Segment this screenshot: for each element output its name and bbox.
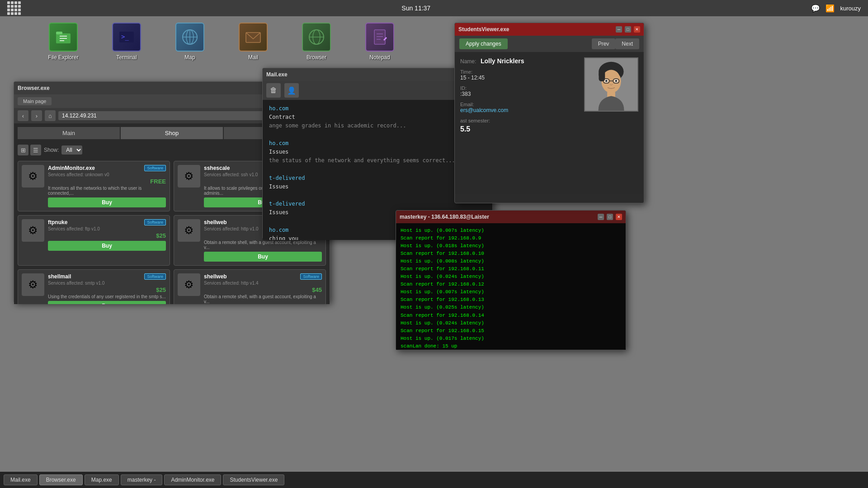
- shop-item-1-body: AdminMonitor.exe Software Services affec…: [48, 165, 166, 207]
- students-toolbar: Apply changes Prev Next: [455, 36, 644, 52]
- shop-item-6-tag: Software: [300, 273, 322, 280]
- terminal-line-2: Scan report for 192.168.0.9: [401, 235, 621, 242]
- shop-item-2-name: sshescale: [204, 165, 230, 171]
- shop-item-6-name: shellweb: [204, 273, 227, 280]
- students-maximize-btn[interactable]: □: [625, 26, 631, 33]
- terminal-line-1: Host is up. (0.007s latency): [401, 227, 621, 235]
- masterkey-maximize-btn[interactable]: □: [607, 214, 613, 220]
- students-semester-field: ast semester: 5.5: [460, 118, 577, 133]
- students-email-label: Email:: [460, 102, 577, 107]
- terminal-label: Terminal: [116, 54, 137, 61]
- browser-forward-btn[interactable]: ›: [31, 110, 42, 121]
- prev-btn[interactable]: Prev: [592, 38, 616, 49]
- mail-line-5: Issues: [269, 148, 486, 156]
- desktop-icon-map[interactable]: Map: [172, 23, 208, 61]
- mail-label: Mail: [248, 54, 258, 61]
- shop-item-6-body: shellweb Software Services affected: htt…: [204, 273, 322, 304]
- notepad-icon: [365, 23, 394, 52]
- list-view-btn[interactable]: ☰: [30, 145, 41, 155]
- file-explorer-label: File Explorer: [48, 54, 78, 61]
- terminal-line-12: Scan report for 192.168.0.14: [401, 312, 621, 319]
- masterkey-minimize-btn[interactable]: ─: [598, 214, 604, 220]
- terminal-line-10: Scan report for 192.168.0.13: [401, 296, 621, 304]
- show-select[interactable]: All: [61, 145, 82, 155]
- shop-item-5-buy-btn[interactable]: Buy: [48, 301, 166, 304]
- students-title: StudentsViewer.exe: [458, 26, 509, 33]
- file-explorer-icon: [49, 23, 78, 52]
- masterkey-window: masterkey - 136.64.180.83@Laister ─ □ ✕ …: [396, 210, 626, 350]
- terminal-line-7: Host is up. (0.024s latency): [401, 273, 621, 281]
- shop-item-2-icon: ⚙: [178, 165, 200, 188]
- desktop-icon-file-explorer[interactable]: File Explorer: [45, 23, 81, 61]
- taskbar-map[interactable]: Map.exe: [85, 474, 119, 485]
- terminal-line-11: Host is up. (0.025s latency): [401, 304, 621, 311]
- shop-item-1-desc: It monitors all the networks to which th…: [48, 186, 166, 196]
- students-name-label: Name:: [460, 58, 476, 65]
- students-avatar: [584, 57, 638, 112]
- shop-item-1-buy-btn[interactable]: Buy: [48, 197, 166, 207]
- shop-item-5-body: shellmail Software Services affected: sm…: [48, 273, 166, 304]
- app-grid-icon[interactable]: [7, 1, 21, 15]
- browser-title: Browser.exe: [18, 85, 50, 91]
- terminal-line-5: Host is up. (0.008s latency): [401, 258, 621, 265]
- shop-item-3: ⚙ ftpnuke Software Services affected: ft…: [18, 215, 170, 266]
- shop-item-6-desc: Obtain a remote shell, with a guest acco…: [204, 294, 322, 304]
- students-id-label: ID:: [460, 85, 577, 91]
- shop-item-1: ⚙ AdminMonitor.exe Software Services aff…: [18, 161, 170, 211]
- students-time-field: Time: 15 - 12:45: [460, 69, 577, 81]
- taskbar-masterkey[interactable]: masterkey -: [121, 474, 163, 485]
- desktop-icon-browser[interactable]: Browser: [298, 23, 335, 61]
- shop-item-3-buy-btn[interactable]: Buy: [48, 241, 166, 251]
- desktop-icon-terminal[interactable]: >_ Terminal: [108, 23, 145, 61]
- desktop-icon-mail[interactable]: Mail: [235, 23, 271, 61]
- shop-item-6-icon: ⚙: [178, 273, 200, 296]
- students-window-controls: ─ □ ✕: [616, 26, 640, 33]
- browser-tab-main[interactable]: Main: [18, 127, 120, 139]
- svg-text:>_: >_: [121, 33, 129, 41]
- students-titlebar[interactable]: StudentsViewer.exe ─ □ ✕: [455, 23, 644, 36]
- students-close-btn[interactable]: ✕: [634, 26, 640, 33]
- shop-item-6-services: Services affected: http v1.4: [204, 281, 322, 286]
- shop-item-1-tag: Software: [144, 165, 166, 171]
- show-label: Show:: [44, 147, 59, 153]
- shop-item-3-body: ftpnuke Software Services affected: ftp …: [48, 219, 166, 262]
- mail-line-3: ange some grades in his academic record.…: [269, 122, 486, 130]
- shop-item-3-price: $25: [48, 232, 166, 239]
- taskbar-browser[interactable]: Browser.exe: [39, 474, 83, 485]
- terminal-line-3: Host is up. (0.018s latency): [401, 242, 621, 250]
- grid-view-btn[interactable]: ⊞: [18, 145, 28, 155]
- wifi-icon: 📶: [826, 4, 835, 13]
- taskbar-adminmonitor[interactable]: AdminMonitor.exe: [164, 474, 221, 485]
- browser-main-tab[interactable]: Main page: [18, 97, 52, 105]
- mail-trash-btn[interactable]: 🗑: [266, 83, 281, 98]
- browser-home-btn[interactable]: ⌂: [45, 110, 56, 121]
- shop-item-1-services: Services affected: unknown v0: [48, 172, 166, 177]
- taskbar-mail[interactable]: Mail.exe: [4, 474, 38, 485]
- next-btn[interactable]: Next: [615, 38, 639, 49]
- browser-back-btn[interactable]: ‹: [18, 110, 28, 121]
- svg-point-30: [615, 80, 617, 82]
- shop-item-4-buy-btn[interactable]: Buy: [204, 252, 322, 262]
- shop-item-5-name: shellmail: [48, 273, 71, 280]
- browser-label: Browser: [307, 54, 326, 61]
- mail-title: Mail.exe: [266, 71, 288, 78]
- browser-tab-shop[interactable]: Shop: [121, 127, 223, 139]
- taskbar-studentsviewer[interactable]: StudentsViewer.exe: [223, 474, 284, 485]
- avatar-svg: [585, 58, 637, 111]
- students-id-field: ID: :383: [460, 85, 577, 97]
- shop-item-1-name: AdminMonitor.exe: [48, 165, 95, 171]
- masterkey-titlebar[interactable]: masterkey - 136.64.180.83@Laister ─ □ ✕: [396, 211, 626, 223]
- masterkey-terminal-content[interactable]: Host is up. (0.007s latency) Scan report…: [396, 223, 626, 350]
- top-bar: Sun 11:37 💬 📶 kurouzу: [0, 0, 868, 16]
- apply-changes-btn[interactable]: Apply changes: [459, 38, 508, 49]
- students-name-field: Name: Lolly Nricklers: [460, 57, 577, 65]
- masterkey-close-btn[interactable]: ✕: [616, 214, 622, 220]
- desktop-icon-notepad[interactable]: Notepad: [362, 23, 398, 61]
- shop-item-1-icon: ⚙: [22, 165, 44, 188]
- students-minimize-btn[interactable]: ─: [616, 26, 622, 33]
- mail-contacts-btn[interactable]: 👤: [284, 83, 299, 98]
- students-semester-label: ast semester:: [460, 118, 577, 123]
- bottom-taskbar: Mail.exe Browser.exe Map.exe masterkey -…: [0, 472, 868, 488]
- map-icon: [175, 23, 204, 52]
- chat-icon[interactable]: 💬: [811, 4, 820, 13]
